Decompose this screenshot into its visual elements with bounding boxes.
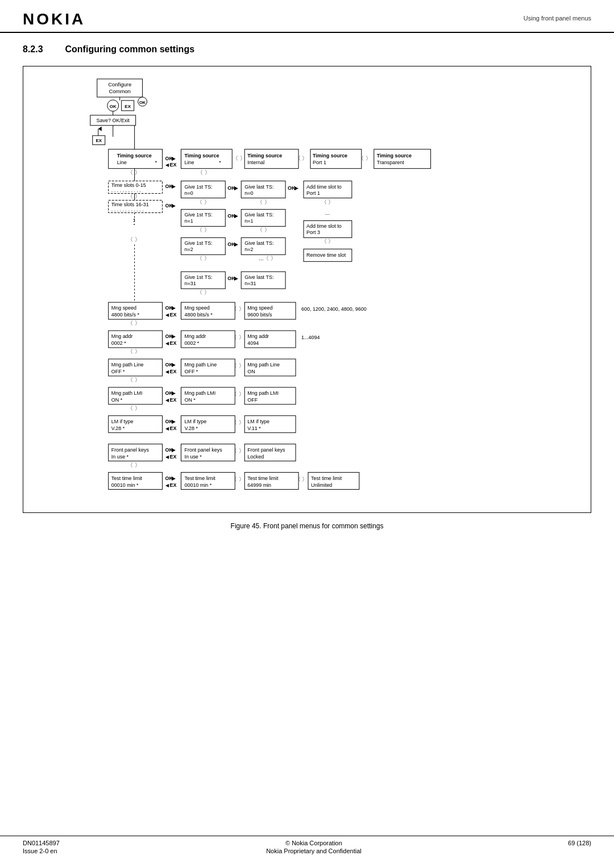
svg-text:〈 〉: 〈 〉 bbox=[231, 448, 244, 454]
svg-text:n=2: n=2 bbox=[244, 247, 253, 252]
svg-text:Port 3: Port 3 bbox=[306, 229, 320, 235]
svg-text:Mng path Line: Mng path Line bbox=[184, 362, 217, 368]
footer-center: © Nokia Corporation Nokia Proprietary an… bbox=[266, 840, 362, 854]
svg-text:Line: Line bbox=[184, 160, 194, 165]
svg-text:LM if type: LM if type bbox=[184, 419, 206, 424]
svg-text:〈 〉: 〈 〉 bbox=[127, 348, 140, 354]
svg-text:0002          *: 0002 * bbox=[111, 340, 126, 346]
svg-text:n=31: n=31 bbox=[184, 281, 196, 286]
svg-text:...〈 〉: ...〈 〉 bbox=[259, 255, 276, 261]
svg-text:Add time slot to: Add time slot to bbox=[306, 223, 342, 229]
svg-text:⋮: ⋮ bbox=[130, 217, 138, 226]
svg-text:Mng addr: Mng addr bbox=[111, 333, 133, 339]
svg-text:ON: ON bbox=[247, 369, 255, 374]
svg-text:Give 1st TS:: Give 1st TS: bbox=[184, 274, 212, 280]
svg-text:◀: ◀ bbox=[165, 340, 169, 346]
svg-text:Mng speed: Mng speed bbox=[247, 305, 272, 311]
svg-text:EX: EX bbox=[125, 104, 131, 109]
svg-text:Give 1st TS:: Give 1st TS: bbox=[184, 212, 212, 218]
svg-text:〈 〉: 〈 〉 bbox=[231, 334, 244, 340]
issue: Issue 2-0 en bbox=[23, 848, 60, 854]
svg-text:◀: ◀ bbox=[165, 454, 169, 460]
section-title: 8.2.3 Configuring common settings bbox=[23, 44, 591, 55]
svg-text:◀: ◀ bbox=[165, 482, 169, 488]
svg-text:◀: ◀ bbox=[165, 397, 169, 403]
svg-text:▶: ▶ bbox=[172, 333, 176, 339]
svg-text:〈 〉: 〈 〉 bbox=[257, 199, 270, 205]
doc-number: DN01145897 bbox=[23, 840, 60, 846]
svg-text:〈 〉: 〈 〉 bbox=[197, 255, 210, 261]
svg-text:Unlimited: Unlimited bbox=[311, 482, 332, 488]
svg-text:Give last TS:: Give last TS: bbox=[244, 274, 273, 280]
svg-text:*: * bbox=[219, 160, 221, 165]
svg-text:Mng speed: Mng speed bbox=[184, 305, 209, 311]
svg-text:〈 〉: 〈 〉 bbox=[197, 289, 210, 295]
section-title-text: Configuring common settings bbox=[65, 44, 195, 54]
footer-left: DN01145897 Issue 2-0 en bbox=[23, 840, 60, 854]
svg-text:〈 〉: 〈 〉 bbox=[257, 227, 270, 233]
svg-text:EX: EX bbox=[96, 138, 102, 143]
svg-text:4800 bits/s   *: 4800 bits/s * bbox=[111, 312, 140, 318]
svg-text:〈  〉: 〈 〉 bbox=[231, 476, 244, 482]
svg-text:Timing source: Timing source bbox=[184, 153, 219, 158]
svg-text:LM if type: LM if type bbox=[247, 419, 269, 424]
svg-text:〈 〉: 〈 〉 bbox=[197, 227, 210, 233]
svg-text:Save? OK/Exit: Save? OK/Exit bbox=[97, 118, 130, 123]
svg-text:OFF           *: OFF * bbox=[184, 369, 198, 374]
svg-text:〈 〉: 〈 〉 bbox=[321, 199, 334, 205]
svg-text:4800 bits/s   *: 4800 bits/s * bbox=[184, 312, 213, 318]
svg-text:OFF: OFF bbox=[247, 397, 258, 403]
svg-text:Transparent: Transparent bbox=[377, 160, 405, 165]
diagram-svg: Configure Common OK EX OK Save? OK/Exit bbox=[29, 74, 585, 505]
svg-text:*: * bbox=[155, 160, 157, 165]
svg-text:Test time limit: Test time limit bbox=[111, 475, 143, 481]
svg-text:〈 〉: 〈 〉 bbox=[127, 193, 140, 199]
svg-text:1...4094: 1...4094 bbox=[301, 335, 320, 340]
svg-text:EX: EX bbox=[169, 482, 176, 488]
svg-text:ON            *: ON * bbox=[184, 397, 196, 403]
svg-text:Remove time slot: Remove time slot bbox=[306, 252, 346, 258]
svg-text:▶: ▶ bbox=[172, 447, 176, 453]
svg-text:EX: EX bbox=[169, 425, 176, 431]
svg-text:. . . . . . . . . . .: . . . . . . . . . . . bbox=[111, 187, 141, 193]
footer: DN01145897 Issue 2-0 en © Nokia Corporat… bbox=[0, 836, 614, 858]
svg-text:n=1: n=1 bbox=[244, 218, 253, 224]
svg-text:〈 〉: 〈 〉 bbox=[233, 155, 246, 161]
svg-text:Internal: Internal bbox=[247, 160, 264, 165]
svg-text:n=2: n=2 bbox=[184, 247, 193, 252]
svg-text:n=0: n=0 bbox=[244, 190, 253, 196]
svg-text:〈 〉: 〈 〉 bbox=[295, 476, 308, 482]
svg-text:EX: EX bbox=[169, 162, 176, 168]
svg-text:Give 1st TS:: Give 1st TS: bbox=[184, 240, 212, 246]
svg-text:Front panel keys: Front panel keys bbox=[184, 447, 222, 453]
svg-text:▶: ▶ bbox=[234, 276, 238, 281]
svg-text:〈 〉: 〈 〉 bbox=[127, 462, 140, 468]
section-number: 8.2.3 bbox=[23, 44, 43, 54]
page: NOKIA Using front panel menus 8.2.3 Conf… bbox=[0, 0, 614, 868]
svg-marker-14 bbox=[98, 127, 102, 131]
svg-text:EX: EX bbox=[169, 397, 176, 403]
copyright: © Nokia Corporation bbox=[266, 840, 362, 846]
svg-text:In use        *: In use * bbox=[184, 454, 202, 460]
header: NOKIA Using front panel menus bbox=[0, 0, 614, 33]
svg-text:Mng path Line: Mng path Line bbox=[247, 362, 280, 368]
svg-text:OFF           *: OFF * bbox=[111, 369, 125, 374]
svg-text:◀: ◀ bbox=[165, 162, 169, 168]
footer-right: 69 (128) bbox=[568, 840, 591, 854]
svg-text:Port 1: Port 1 bbox=[313, 160, 326, 165]
svg-text:...: ... bbox=[325, 210, 330, 216]
svg-text:▶: ▶ bbox=[172, 362, 176, 368]
figure-caption: Figure 45. Front panel menus for common … bbox=[23, 522, 591, 530]
svg-text:EX: EX bbox=[169, 312, 176, 318]
svg-text:Timing source: Timing source bbox=[377, 153, 412, 158]
svg-text:Give last TS:: Give last TS: bbox=[244, 184, 273, 190]
svg-text:ON            *: ON * bbox=[111, 397, 123, 403]
svg-text:EX: EX bbox=[169, 454, 176, 460]
proprietary: Nokia Proprietary and Confidential bbox=[266, 848, 362, 854]
svg-text:◀: ◀ bbox=[165, 425, 169, 431]
svg-text:〈 〉: 〈 〉 bbox=[127, 405, 140, 411]
svg-text:Add time slot to: Add time slot to bbox=[306, 184, 342, 190]
svg-text:▶: ▶ bbox=[172, 475, 176, 481]
svg-text:Timing source: Timing source bbox=[247, 153, 282, 158]
svg-text:〈 〉: 〈 〉 bbox=[231, 362, 244, 369]
